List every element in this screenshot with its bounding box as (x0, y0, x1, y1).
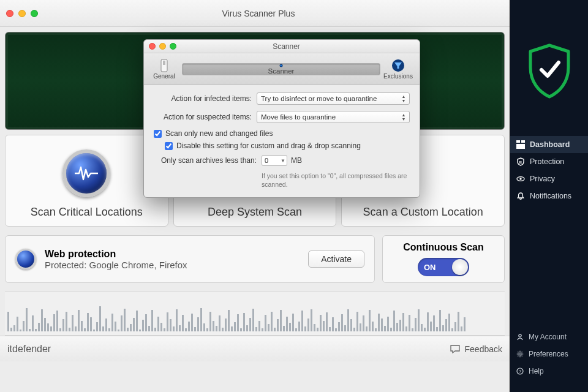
zoom-icon[interactable] (31, 10, 38, 17)
sidebar-item-protection[interactable]: BProtection (510, 153, 588, 170)
scan-card-label: Scan a Custom Location (363, 206, 483, 219)
toggle-state-label: ON (424, 263, 436, 272)
close-icon[interactable] (6, 10, 13, 17)
svg-point-12 (519, 334, 521, 337)
continuous-scan-toggle[interactable]: ON (418, 258, 469, 276)
protection-status-shield (510, 0, 588, 136)
sidebar-item-privacy[interactable]: Privacy (510, 170, 588, 187)
sidebar-item-my-account[interactable]: My Account (510, 328, 588, 345)
svg-point-13 (519, 353, 521, 355)
svg-line-20 (522, 352, 522, 352)
checkbox-input[interactable] (165, 142, 173, 150)
web-protection-sub: Protected: Google Chrome, Firefox (45, 260, 300, 270)
archives-unit: MB (291, 156, 302, 165)
svg-point-11 (519, 178, 521, 179)
sidebar-item-notifications[interactable]: Notifications (510, 187, 588, 205)
brand-label: itdefender (7, 344, 51, 355)
continuous-scan-card: Continuous Scan ON (382, 235, 505, 283)
chevron-updown-icon: ▲▼ (399, 94, 408, 104)
svg-rect-7 (521, 140, 525, 143)
minimize-icon[interactable] (159, 43, 166, 50)
minimize-icon[interactable] (18, 10, 26, 17)
scan-only-new-checkbox[interactable]: Scan only new and changed files (154, 129, 410, 138)
window-traffic-lights (6, 10, 38, 17)
switch-icon (158, 58, 170, 73)
svg-rect-8 (516, 144, 525, 149)
infected-action-label: Action for infected items: (154, 94, 257, 103)
window-titlebar: Virus Scanner Plus (0, 0, 510, 27)
zoom-icon[interactable] (170, 43, 176, 50)
scan-card-label: Scan Critical Locations (31, 206, 143, 219)
tab-exclusions[interactable]: Exclusions (382, 55, 415, 83)
infected-action-select[interactable]: Try to disinfect or move to quarantine ▲… (257, 92, 410, 105)
scanner-preferences-modal: Scanner General Scanner Exclusions A (143, 39, 420, 198)
archives-size-stepper[interactable]: 0 ▼ (262, 155, 287, 166)
disable-custom-checkbox[interactable]: Disable this setting for custom and drag… (165, 141, 410, 150)
close-icon[interactable] (149, 43, 156, 50)
svg-text:?: ? (519, 369, 521, 374)
suspected-action-select[interactable]: Move files to quarantine ▲▼ (257, 111, 410, 123)
activity-waveform (5, 292, 505, 336)
feedback-label: Feedback (465, 344, 502, 354)
web-protection-icon (15, 249, 36, 270)
toggle-knob-icon (452, 259, 468, 275)
shield-check-icon (526, 43, 573, 99)
speech-bubble-icon (450, 345, 460, 353)
svg-point-4 (281, 64, 281, 65)
modal-title: Scanner (176, 42, 415, 51)
bottom-bar: itdefender Feedback (0, 336, 510, 361)
checkbox-input[interactable] (154, 130, 162, 138)
web-protection-card: Web protection Protected: Google Chrome,… (5, 235, 375, 283)
activate-button[interactable]: Activate (308, 251, 364, 268)
archives-hint: If you set this option to "0", all compr… (262, 172, 410, 189)
chevron-down-icon: ▼ (281, 158, 285, 164)
web-protection-heading: Web protection (45, 249, 300, 260)
pulse-icon (62, 149, 110, 197)
scan-card-label: Deep System Scan (208, 206, 302, 219)
svg-text:B: B (519, 160, 522, 164)
side-panel: DashboardBProtectionPrivacyNotifications… (510, 0, 588, 392)
svg-rect-1 (163, 61, 165, 65)
sidebar-item-dashboard[interactable]: Dashboard (510, 136, 588, 153)
sidebar-item-preferences[interactable]: Preferences (510, 345, 588, 363)
tab-general[interactable]: General (148, 55, 181, 83)
continuous-scan-heading: Continuous Scan (403, 242, 484, 253)
sidebar-item-help[interactable]: ?Help (510, 363, 588, 380)
svg-line-19 (522, 356, 522, 356)
svg-line-21 (518, 356, 518, 356)
funnel-icon (391, 58, 405, 73)
archives-label: Only scan archives less than: (154, 156, 262, 165)
tab-scanner[interactable]: Scanner (182, 63, 380, 75)
window-title: Virus Scanner Plus (38, 9, 503, 18)
suspected-action-label: Action for suspected items: (154, 113, 257, 121)
chevron-updown-icon: ▲▼ (399, 112, 408, 122)
svg-line-18 (518, 352, 518, 352)
feedback-button[interactable]: Feedback (450, 344, 502, 354)
svg-rect-6 (516, 140, 520, 143)
